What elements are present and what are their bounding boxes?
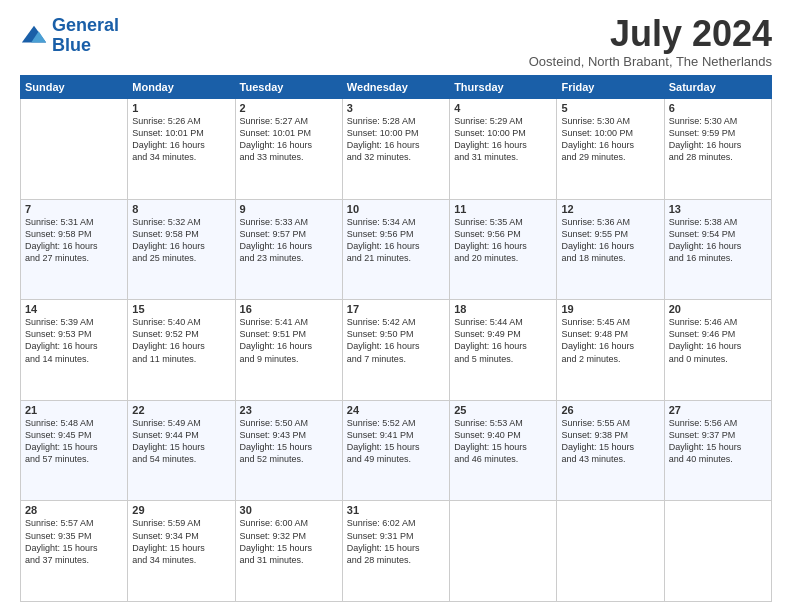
day-info: Sunrise: 5:50 AM Sunset: 9:43 PM Dayligh… (240, 417, 338, 466)
weekday-header-tuesday: Tuesday (235, 76, 342, 99)
calendar-cell: 5Sunrise: 5:30 AM Sunset: 10:00 PM Dayli… (557, 99, 664, 200)
day-number: 12 (561, 203, 659, 215)
day-number: 18 (454, 303, 552, 315)
week-row-4: 21Sunrise: 5:48 AM Sunset: 9:45 PM Dayli… (21, 400, 772, 501)
day-info: Sunrise: 5:27 AM Sunset: 10:01 PM Daylig… (240, 115, 338, 164)
day-number: 22 (132, 404, 230, 416)
day-info: Sunrise: 5:35 AM Sunset: 9:56 PM Dayligh… (454, 216, 552, 265)
weekday-header-friday: Friday (557, 76, 664, 99)
day-number: 1 (132, 102, 230, 114)
day-info: Sunrise: 5:33 AM Sunset: 9:57 PM Dayligh… (240, 216, 338, 265)
week-row-5: 28Sunrise: 5:57 AM Sunset: 9:35 PM Dayli… (21, 501, 772, 602)
calendar-cell: 15Sunrise: 5:40 AM Sunset: 9:52 PM Dayli… (128, 300, 235, 401)
day-info: Sunrise: 5:28 AM Sunset: 10:00 PM Daylig… (347, 115, 445, 164)
day-info: Sunrise: 5:41 AM Sunset: 9:51 PM Dayligh… (240, 316, 338, 365)
day-number: 4 (454, 102, 552, 114)
day-info: Sunrise: 5:36 AM Sunset: 9:55 PM Dayligh… (561, 216, 659, 265)
calendar-cell: 10Sunrise: 5:34 AM Sunset: 9:56 PM Dayli… (342, 199, 449, 300)
day-info: Sunrise: 6:00 AM Sunset: 9:32 PM Dayligh… (240, 517, 338, 566)
day-info: Sunrise: 5:53 AM Sunset: 9:40 PM Dayligh… (454, 417, 552, 466)
day-info: Sunrise: 5:46 AM Sunset: 9:46 PM Dayligh… (669, 316, 767, 365)
day-info: Sunrise: 5:57 AM Sunset: 9:35 PM Dayligh… (25, 517, 123, 566)
day-number: 26 (561, 404, 659, 416)
day-number: 27 (669, 404, 767, 416)
day-number: 2 (240, 102, 338, 114)
calendar-cell: 29Sunrise: 5:59 AM Sunset: 9:34 PM Dayli… (128, 501, 235, 602)
calendar-cell: 30Sunrise: 6:00 AM Sunset: 9:32 PM Dayli… (235, 501, 342, 602)
day-number: 3 (347, 102, 445, 114)
calendar-cell: 23Sunrise: 5:50 AM Sunset: 9:43 PM Dayli… (235, 400, 342, 501)
calendar-cell: 11Sunrise: 5:35 AM Sunset: 9:56 PM Dayli… (450, 199, 557, 300)
calendar-cell (557, 501, 664, 602)
calendar-cell: 7Sunrise: 5:31 AM Sunset: 9:58 PM Daylig… (21, 199, 128, 300)
logo-text: General Blue (52, 16, 119, 56)
day-number: 5 (561, 102, 659, 114)
day-number: 11 (454, 203, 552, 215)
day-number: 7 (25, 203, 123, 215)
weekday-header-wednesday: Wednesday (342, 76, 449, 99)
day-info: Sunrise: 5:49 AM Sunset: 9:44 PM Dayligh… (132, 417, 230, 466)
calendar-cell: 25Sunrise: 5:53 AM Sunset: 9:40 PM Dayli… (450, 400, 557, 501)
day-info: Sunrise: 5:30 AM Sunset: 10:00 PM Daylig… (561, 115, 659, 164)
header: General Blue July 2024 Oosteind, North B… (20, 16, 772, 69)
calendar: SundayMondayTuesdayWednesdayThursdayFrid… (20, 75, 772, 602)
calendar-cell (664, 501, 771, 602)
day-info: Sunrise: 5:48 AM Sunset: 9:45 PM Dayligh… (25, 417, 123, 466)
day-number: 28 (25, 504, 123, 516)
day-number: 6 (669, 102, 767, 114)
calendar-cell: 2Sunrise: 5:27 AM Sunset: 10:01 PM Dayli… (235, 99, 342, 200)
day-info: Sunrise: 5:26 AM Sunset: 10:01 PM Daylig… (132, 115, 230, 164)
calendar-cell: 20Sunrise: 5:46 AM Sunset: 9:46 PM Dayli… (664, 300, 771, 401)
calendar-cell: 9Sunrise: 5:33 AM Sunset: 9:57 PM Daylig… (235, 199, 342, 300)
calendar-cell: 19Sunrise: 5:45 AM Sunset: 9:48 PM Dayli… (557, 300, 664, 401)
day-number: 10 (347, 203, 445, 215)
day-number: 29 (132, 504, 230, 516)
day-number: 31 (347, 504, 445, 516)
location: Oosteind, North Brabant, The Netherlands (529, 54, 772, 69)
week-row-1: 1Sunrise: 5:26 AM Sunset: 10:01 PM Dayli… (21, 99, 772, 200)
calendar-cell: 28Sunrise: 5:57 AM Sunset: 9:35 PM Dayli… (21, 501, 128, 602)
day-info: Sunrise: 5:32 AM Sunset: 9:58 PM Dayligh… (132, 216, 230, 265)
day-number: 14 (25, 303, 123, 315)
calendar-cell: 27Sunrise: 5:56 AM Sunset: 9:37 PM Dayli… (664, 400, 771, 501)
day-info: Sunrise: 5:39 AM Sunset: 9:53 PM Dayligh… (25, 316, 123, 365)
day-number: 13 (669, 203, 767, 215)
day-info: Sunrise: 6:02 AM Sunset: 9:31 PM Dayligh… (347, 517, 445, 566)
day-info: Sunrise: 5:30 AM Sunset: 9:59 PM Dayligh… (669, 115, 767, 164)
day-info: Sunrise: 5:34 AM Sunset: 9:56 PM Dayligh… (347, 216, 445, 265)
day-info: Sunrise: 5:44 AM Sunset: 9:49 PM Dayligh… (454, 316, 552, 365)
day-info: Sunrise: 5:42 AM Sunset: 9:50 PM Dayligh… (347, 316, 445, 365)
day-number: 23 (240, 404, 338, 416)
day-number: 21 (25, 404, 123, 416)
calendar-cell: 8Sunrise: 5:32 AM Sunset: 9:58 PM Daylig… (128, 199, 235, 300)
day-number: 8 (132, 203, 230, 215)
day-number: 17 (347, 303, 445, 315)
logo-line1: General (52, 15, 119, 35)
day-info: Sunrise: 5:40 AM Sunset: 9:52 PM Dayligh… (132, 316, 230, 365)
day-info: Sunrise: 5:52 AM Sunset: 9:41 PM Dayligh… (347, 417, 445, 466)
day-number: 19 (561, 303, 659, 315)
day-number: 9 (240, 203, 338, 215)
week-row-2: 7Sunrise: 5:31 AM Sunset: 9:58 PM Daylig… (21, 199, 772, 300)
calendar-cell: 16Sunrise: 5:41 AM Sunset: 9:51 PM Dayli… (235, 300, 342, 401)
day-number: 20 (669, 303, 767, 315)
page: General Blue July 2024 Oosteind, North B… (0, 0, 792, 612)
weekday-header-saturday: Saturday (664, 76, 771, 99)
calendar-cell: 17Sunrise: 5:42 AM Sunset: 9:50 PM Dayli… (342, 300, 449, 401)
day-number: 15 (132, 303, 230, 315)
day-number: 25 (454, 404, 552, 416)
title-block: July 2024 Oosteind, North Brabant, The N… (529, 16, 772, 69)
calendar-cell: 6Sunrise: 5:30 AM Sunset: 9:59 PM Daylig… (664, 99, 771, 200)
day-info: Sunrise: 5:59 AM Sunset: 9:34 PM Dayligh… (132, 517, 230, 566)
calendar-cell (450, 501, 557, 602)
calendar-cell: 12Sunrise: 5:36 AM Sunset: 9:55 PM Dayli… (557, 199, 664, 300)
calendar-cell: 1Sunrise: 5:26 AM Sunset: 10:01 PM Dayli… (128, 99, 235, 200)
calendar-cell: 31Sunrise: 6:02 AM Sunset: 9:31 PM Dayli… (342, 501, 449, 602)
calendar-cell: 18Sunrise: 5:44 AM Sunset: 9:49 PM Dayli… (450, 300, 557, 401)
calendar-cell: 21Sunrise: 5:48 AM Sunset: 9:45 PM Dayli… (21, 400, 128, 501)
day-number: 24 (347, 404, 445, 416)
logo-icon (20, 22, 48, 50)
calendar-cell: 24Sunrise: 5:52 AM Sunset: 9:41 PM Dayli… (342, 400, 449, 501)
logo: General Blue (20, 16, 119, 56)
weekday-header-sunday: Sunday (21, 76, 128, 99)
